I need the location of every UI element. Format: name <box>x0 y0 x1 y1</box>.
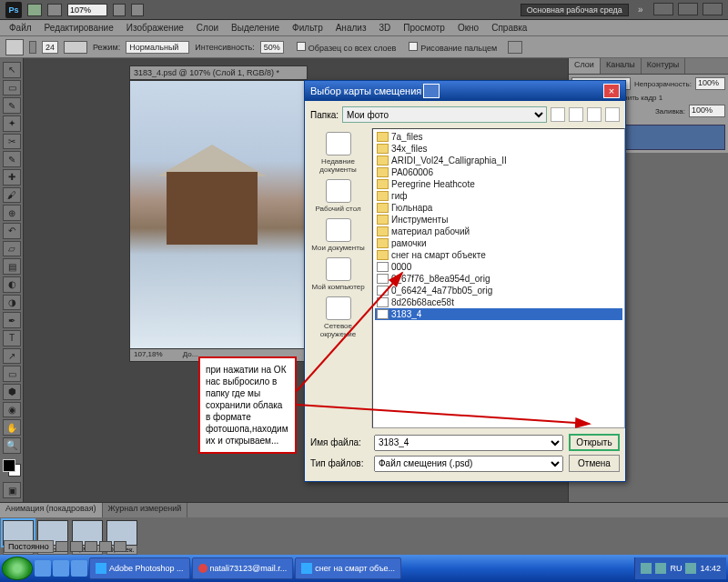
intensity-field[interactable]: 50% <box>260 41 284 54</box>
menu-Анализ[interactable]: Анализ <box>330 22 372 34</box>
loop-select[interactable]: Постоянно <box>4 540 54 553</box>
wand-tool-icon[interactable]: ✦ <box>3 115 21 132</box>
hand-icon[interactable] <box>113 4 126 16</box>
file-item[interactable]: 34x_files <box>375 143 622 155</box>
menu-Редактирование[interactable]: Редактирование <box>39 22 119 34</box>
gradient-tool-icon[interactable]: ▤ <box>3 258 21 275</box>
history-icon[interactable] <box>47 4 62 16</box>
file-item[interactable]: 0_67f76_b8ea954d_orig <box>375 273 622 285</box>
sidebar-place[interactable]: Мой компьютер <box>311 257 366 291</box>
anim-tab[interactable]: Журнал измерений <box>103 503 188 517</box>
menu-Фильтр[interactable]: Фильтр <box>287 22 329 34</box>
smudge-tool-icon[interactable] <box>5 39 24 55</box>
cancel-button[interactable]: Отмена <box>569 455 620 472</box>
menu-Просмотр[interactable]: Просмотр <box>398 22 450 34</box>
menu-Выделение[interactable]: Выделение <box>226 22 285 34</box>
file-item[interactable]: 8d26b68ace58t <box>375 296 622 308</box>
language-indicator[interactable]: RU <box>670 564 682 573</box>
minimize-icon[interactable] <box>653 3 673 15</box>
hand-tool-icon[interactable]: ✋ <box>3 419 21 436</box>
menu-Изображение[interactable]: Изображение <box>121 22 189 34</box>
finger-paint-checkbox[interactable] <box>409 42 418 51</box>
file-item[interactable]: Peregrine Heathcote <box>375 178 622 190</box>
quick-launch-icon[interactable] <box>35 560 51 577</box>
file-item[interactable]: 3183_4 <box>375 308 622 320</box>
file-item[interactable]: Инструменты <box>375 214 622 226</box>
type-tool-icon[interactable]: T <box>3 330 21 346</box>
panel-tab[interactable]: Каналы <box>601 58 642 74</box>
dialog-help-icon[interactable] <box>423 84 440 98</box>
filename-input[interactable]: 3183_4 <box>374 435 563 451</box>
tray-icon[interactable] <box>655 563 666 574</box>
tablet-icon[interactable] <box>508 41 522 54</box>
pen-tool-icon[interactable]: ✒ <box>3 312 21 328</box>
3d-tool-icon[interactable]: ⬢ <box>3 384 21 400</box>
eraser-tool-icon[interactable]: ▱ <box>3 241 21 257</box>
last-frame-icon[interactable] <box>114 541 126 552</box>
menu-Справка[interactable]: Справка <box>486 22 532 34</box>
file-item[interactable]: снег на смарт объекте <box>375 249 622 261</box>
camera-tool-icon[interactable]: ◉ <box>3 402 21 418</box>
back-icon[interactable] <box>551 107 565 122</box>
taskbar-item[interactable]: natali73123@mail.r... <box>192 557 294 579</box>
menu-3D[interactable]: 3D <box>373 22 396 34</box>
tray-icon[interactable] <box>685 563 696 574</box>
menu-Слои[interactable]: Слои <box>191 22 224 34</box>
chevron-right-icon[interactable]: » <box>634 5 647 15</box>
panel-tab[interactable]: Контуры <box>642 58 685 74</box>
document-canvas[interactable] <box>129 80 308 349</box>
start-button[interactable] <box>2 557 33 580</box>
shape-tool-icon[interactable]: ▭ <box>3 366 21 382</box>
taskbar-item[interactable]: Adobe Photoshop ... <box>89 557 190 579</box>
marquee-tool-icon[interactable]: ▭ <box>3 80 21 96</box>
view-icon[interactable] <box>131 4 144 16</box>
sidebar-place[interactable]: Мои документы <box>311 218 366 252</box>
dodge-tool-icon[interactable]: ◑ <box>3 295 21 311</box>
history-brush-icon[interactable]: ↶ <box>3 223 21 239</box>
open-button[interactable]: Открыть <box>569 434 620 451</box>
taskbar-item[interactable]: снег на смарт объе... <box>295 557 401 579</box>
first-frame-icon[interactable] <box>56 541 68 552</box>
file-item[interactable]: Гюльнара <box>375 202 622 214</box>
menu-Файл[interactable]: Файл <box>4 22 37 34</box>
file-item[interactable]: гиф <box>375 190 622 202</box>
zoom-input[interactable] <box>67 4 107 16</box>
brush-tool-icon[interactable]: 🖌 <box>3 187 21 204</box>
healing-tool-icon[interactable]: ✚ <box>3 169 21 186</box>
path-tool-icon[interactable]: ↗ <box>3 348 21 365</box>
sidebar-place[interactable]: Недавние документы <box>311 132 366 174</box>
opacity-field[interactable]: 100% <box>695 77 725 90</box>
filetype-select[interactable]: Файл смещения (.psd) <box>374 456 563 472</box>
stamp-tool-icon[interactable]: ⊕ <box>3 205 21 221</box>
new-folder-icon[interactable] <box>587 107 602 122</box>
play-icon[interactable] <box>85 541 97 552</box>
blur-tool-icon[interactable]: ◐ <box>3 276 21 293</box>
quick-launch-icon[interactable] <box>71 560 87 577</box>
sample-all-checkbox[interactable] <box>297 42 306 51</box>
sidebar-place[interactable]: Рабочий стол <box>311 179 366 213</box>
file-list[interactable]: 7a_files34x_filesARIDI_Vol24_Calligraphi… <box>372 128 625 428</box>
quick-launch-icon[interactable] <box>53 560 69 577</box>
views-icon[interactable] <box>605 107 620 122</box>
brush-preset-icon[interactable] <box>64 41 87 54</box>
up-icon[interactable] <box>569 107 583 122</box>
eyedropper-tool-icon[interactable]: ✎ <box>3 151 21 167</box>
blend-mode-select[interactable]: Нормальный <box>126 41 189 54</box>
close-icon[interactable] <box>703 3 723 15</box>
maximize-icon[interactable] <box>678 3 698 15</box>
brush-preview-icon[interactable] <box>29 41 36 54</box>
crop-tool-icon[interactable]: ✂ <box>3 134 21 150</box>
bridge-icon[interactable] <box>27 4 42 16</box>
brush-size-field[interactable]: 24 <box>42 41 58 54</box>
file-item[interactable]: 7a_files <box>375 131 622 143</box>
zoom-tool-icon[interactable]: 🔍 <box>3 437 21 454</box>
status-zoom[interactable]: 107,18% <box>134 350 163 358</box>
fill-field[interactable]: 100% <box>689 105 725 117</box>
clock[interactable]: 14:42 <box>700 564 721 573</box>
tray-icon[interactable] <box>641 563 652 574</box>
dialog-close-icon[interactable]: × <box>603 84 620 98</box>
color-swatch[interactable] <box>3 459 21 477</box>
next-frame-icon[interactable] <box>99 541 112 552</box>
lasso-tool-icon[interactable]: ✎ <box>3 97 21 114</box>
anim-tab[interactable]: Анимация (покадровая) <box>0 503 103 517</box>
